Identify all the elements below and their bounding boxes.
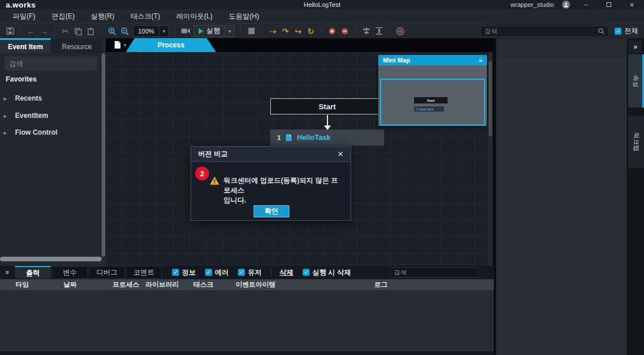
vtab-properties[interactable]: 속성: [628, 54, 644, 108]
chevron-down-icon[interactable]: ▾: [124, 42, 126, 48]
chevron-down-icon[interactable]: ▾: [159, 26, 168, 36]
toolbar-separator: [101, 27, 102, 36]
menu-help[interactable]: 도움말(H): [222, 10, 266, 23]
tree-arrow-icon[interactable]: ▸: [0, 113, 10, 119]
menu-file[interactable]: 파일(F): [6, 10, 42, 23]
column-library[interactable]: 라이브러리: [146, 280, 179, 289]
menu-run[interactable]: 실행(R): [84, 10, 121, 23]
minimap-body[interactable]: Start 1 HelloTask: [378, 65, 487, 126]
minimap-title: Mini Map: [383, 57, 479, 64]
step-over-icon[interactable]: ⇢: [266, 25, 279, 37]
titlebar: a.works HelloLogTest wrapper_studio ─ ✕: [0, 0, 644, 9]
menu-layout[interactable]: 레이아웃(L): [169, 10, 219, 23]
user-avatar-icon[interactable]: [562, 1, 570, 9]
step-into-icon[interactable]: ↷: [279, 25, 292, 37]
log-table-body[interactable]: [1, 290, 493, 351]
document-icon: [114, 40, 121, 49]
checkbox-checked-icon[interactable]: ✓: [205, 269, 212, 276]
log-search-input[interactable]: [394, 269, 476, 276]
tab-debug[interactable]: 디버그: [89, 266, 125, 279]
search-icon: [598, 28, 605, 35]
palette-panel: Event Item Resource Favorites ▸ Recents …: [0, 38, 106, 266]
stop-button[interactable]: [245, 25, 258, 37]
favorites-label: Favorites: [6, 75, 36, 83]
checkbox-checked-icon[interactable]: ✓: [615, 28, 621, 35]
align-horizontal-icon[interactable]: [360, 25, 373, 37]
checkbox-checked-icon[interactable]: ✓: [238, 269, 245, 276]
canvas-vertical-scrollbar[interactable]: [488, 52, 493, 266]
scrollbar-thumb[interactable]: [489, 61, 492, 136]
filter-info-toggle[interactable]: ✓ 정보: [172, 268, 196, 278]
run-button[interactable]: 실행 ▾: [193, 25, 234, 37]
task-node-hellotask[interactable]: 1 HelloTask: [270, 130, 384, 146]
palette-vertical-scrollbar[interactable]: [102, 53, 105, 257]
toolbar-separator: [174, 27, 175, 36]
step-repeat-icon[interactable]: ↻: [304, 25, 317, 37]
breakpoint-add-icon[interactable]: [326, 25, 338, 37]
undo-icon[interactable]: ←: [25, 25, 38, 37]
delete-on-run-toggle[interactable]: ✓ 실행 시 삭제: [303, 268, 351, 278]
warning-icon: [210, 176, 219, 185]
close-button[interactable]: ✕: [624, 1, 639, 9]
step-out-icon[interactable]: ↪: [292, 25, 304, 37]
record-macro-icon[interactable]: [394, 25, 407, 37]
flow-connector: [327, 115, 328, 126]
tree-item-eventitem[interactable]: ▸ EventItem: [0, 109, 102, 123]
column-date[interactable]: 날짜: [64, 280, 77, 289]
minimap-header[interactable]: Mini Map »: [378, 55, 487, 65]
breakpoint-remove-icon[interactable]: [338, 25, 351, 37]
align-vertical-icon[interactable]: [373, 25, 385, 37]
tab-process[interactable]: Process: [126, 38, 216, 52]
expand-panel-icon[interactable]: »: [629, 40, 642, 53]
column-process[interactable]: 프로세스: [113, 280, 139, 289]
column-log[interactable]: 로그: [374, 280, 388, 289]
column-task[interactable]: 태스크: [193, 280, 214, 289]
start-node[interactable]: Start: [270, 98, 384, 114]
checkbox-checked-icon[interactable]: ✓: [303, 269, 310, 276]
copy-icon[interactable]: [72, 25, 84, 37]
tree-item-recents[interactable]: ▸ Recents: [0, 91, 102, 105]
zoom-level-select[interactable]: 100% ▾: [133, 25, 169, 37]
tab-output[interactable]: 출력: [15, 266, 51, 279]
menu-edit[interactable]: 편집(E): [44, 10, 81, 23]
tree-item-flow-control[interactable]: ▸ Flow Control: [0, 125, 102, 139]
minimap-collapse-icon[interactable]: »: [479, 57, 482, 64]
record-video-icon[interactable]: [179, 25, 192, 37]
dialog-close-icon[interactable]: ✕: [337, 150, 344, 158]
confirm-button[interactable]: 확인: [254, 205, 289, 217]
chevron-down-icon[interactable]: ▾: [225, 25, 234, 36]
filter-user-toggle[interactable]: ✓ 유저: [238, 268, 262, 278]
column-eventitem[interactable]: 이벤트아이템: [236, 280, 276, 289]
tab-variables[interactable]: 변수: [52, 266, 88, 279]
menu-task[interactable]: 태스크(T): [124, 10, 167, 23]
paste-icon[interactable]: [84, 25, 97, 37]
user-name: wrapper_studio: [511, 1, 554, 8]
tab-event-item[interactable]: Event Item: [0, 38, 51, 53]
vtab-workmap[interactable]: 워크맵: [628, 116, 644, 168]
tab-comment[interactable]: 코멘트: [126, 266, 162, 279]
zoom-in-icon[interactable]: [106, 25, 118, 37]
checkbox-checked-icon[interactable]: ✓: [172, 269, 179, 276]
toolbar-search-input[interactable]: [485, 28, 598, 35]
toolbar-separator: [54, 27, 55, 36]
tree-arrow-icon[interactable]: ▸: [0, 130, 10, 136]
zoom-out-icon[interactable]: [118, 25, 131, 37]
filter-error-toggle[interactable]: ✓ 에러: [205, 268, 229, 278]
tab-resource[interactable]: Resource: [51, 38, 102, 53]
filter-separator: [271, 268, 271, 276]
tree-arrow-icon[interactable]: ▸: [0, 95, 10, 102]
toolbar-separator: [262, 27, 262, 36]
redo-icon[interactable]: →: [38, 25, 50, 37]
minimize-button[interactable]: ─: [578, 1, 593, 9]
select-all-toggle[interactable]: ✓ 전체: [615, 26, 638, 36]
maximize-button[interactable]: [601, 1, 616, 9]
column-time[interactable]: 타임: [16, 280, 29, 289]
save-icon[interactable]: [3, 25, 16, 37]
palette-search-input[interactable]: [9, 60, 99, 68]
palette-horizontal-scrollbar[interactable]: [0, 257, 102, 261]
cut-icon[interactable]: ✂: [59, 25, 72, 37]
dialog-titlebar: 버전 비교 ✕: [191, 147, 351, 162]
new-document-button[interactable]: ▾: [114, 40, 126, 49]
collapse-panel-icon[interactable]: »: [0, 268, 15, 276]
delete-link[interactable]: 삭제: [280, 268, 293, 278]
